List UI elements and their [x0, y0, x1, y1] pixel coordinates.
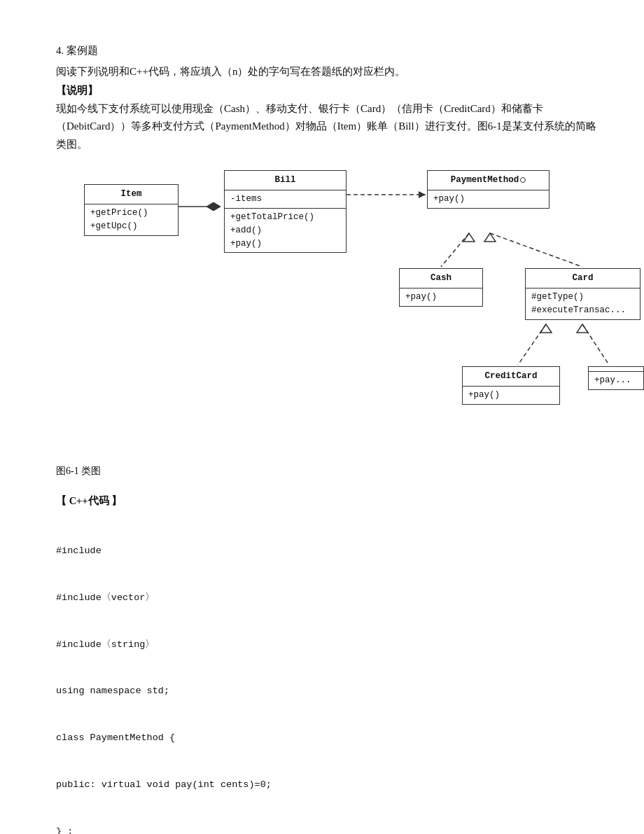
- class-creditcard-header: CreditCard: [463, 367, 559, 387]
- description-label: 【说明】: [56, 82, 602, 100]
- svg-marker-5: [463, 233, 475, 242]
- code-line-3: #include〈string〉: [56, 637, 602, 653]
- svg-line-10: [582, 324, 609, 365]
- svg-line-4: [441, 233, 469, 267]
- class-bill-body: -items: [225, 190, 346, 208]
- class-item-method2: +getUpc(): [90, 220, 172, 233]
- uml-diagram: Item +getPrice() +getUpc() Bill -items +…: [56, 163, 630, 457]
- uml-class-item: Item +getPrice() +getUpc(): [84, 184, 178, 236]
- code-line-6: public: virtual void pay(int cents)=0;: [56, 777, 602, 793]
- uml-class-paymentmethod: PaymentMethod +pay(): [427, 170, 550, 209]
- class-bill-method3: +pay(): [230, 237, 340, 251]
- class-bill-header: Bill: [225, 171, 346, 190]
- class-payment-header: PaymentMethod: [428, 171, 549, 190]
- class-card-method1: #getType(): [531, 291, 634, 304]
- svg-marker-3: [419, 191, 426, 198]
- code-section: 【 C++代码 】 #include #include〈vector〉 #inc…: [56, 492, 602, 834]
- class-card-body: #getType() #executeTransac...: [526, 289, 640, 319]
- abstract-indicator: [520, 177, 526, 183]
- class-debitcard-method1: +pay...: [594, 374, 638, 387]
- uml-class-bill: Bill -items +getTotalPrice() +add() +pay…: [224, 170, 346, 253]
- code-line-1: #include: [56, 543, 602, 559]
- svg-marker-7: [484, 233, 496, 242]
- code-label: 【 C++代码 】: [56, 492, 602, 510]
- uml-class-cash: Cash +pay(): [399, 268, 483, 307]
- class-cash-header: Cash: [400, 269, 482, 289]
- svg-marker-1: [206, 202, 220, 211]
- description-text: 现如今线下支付系统可以使用现金（Cash）、移动支付、银行卡（Card）（信用卡…: [56, 100, 602, 154]
- svg-marker-9: [540, 324, 552, 333]
- class-bill-attr: -items: [230, 193, 340, 206]
- class-item-header: Item: [85, 185, 178, 204]
- code-line-4: using namespace std;: [56, 683, 602, 699]
- class-bill-method2: +add(): [230, 224, 340, 237]
- class-debitcard-header: [589, 367, 643, 372]
- uml-class-card: Card #getType() #executeTransac...: [525, 268, 640, 320]
- class-card-method2: #executeTransac...: [531, 304, 634, 317]
- code-line-7: } ;: [56, 824, 602, 834]
- class-bill-methods: +getTotalPrice() +add() +pay(): [225, 208, 346, 252]
- class-item-body: +getPrice() +getUpc(): [85, 204, 178, 235]
- class-payment-method1: +pay(): [433, 193, 543, 206]
- class-creditcard-method1: +pay(): [468, 389, 554, 402]
- intro-text: 阅读下列说明和C++代码，将应填入（n）处的字句写在答题纸的对应栏内。: [56, 63, 602, 81]
- class-cash-body: +pay(): [400, 289, 482, 306]
- figure-caption: 图6-1 类图: [56, 463, 602, 480]
- svg-line-6: [490, 233, 582, 267]
- uml-class-debitcard: +pay...: [588, 366, 644, 390]
- code-line-5: class PaymentMethod {: [56, 730, 602, 746]
- svg-line-8: [518, 324, 546, 365]
- description-block: 【说明】 现如今线下支付系统可以使用现金（Cash）、移动支付、银行卡（Card…: [56, 82, 602, 153]
- class-item-method1: +getPrice(): [90, 207, 172, 220]
- class-card-header: Card: [526, 269, 640, 289]
- class-payment-body: +pay(): [428, 190, 549, 208]
- uml-class-creditcard: CreditCard +pay(): [462, 366, 560, 405]
- code-line-2: #include〈vector〉: [56, 590, 602, 606]
- svg-marker-11: [577, 324, 588, 333]
- class-bill-method1: +getTotalPrice(): [230, 211, 340, 224]
- class-cash-method1: +pay(): [405, 291, 477, 304]
- class-debitcard-body: +pay...: [589, 372, 643, 389]
- class-creditcard-body: +pay(): [463, 387, 559, 404]
- code-block: #include #include〈vector〉 #include〈strin…: [56, 512, 602, 834]
- section-title: 4. 案例题: [56, 42, 602, 60]
